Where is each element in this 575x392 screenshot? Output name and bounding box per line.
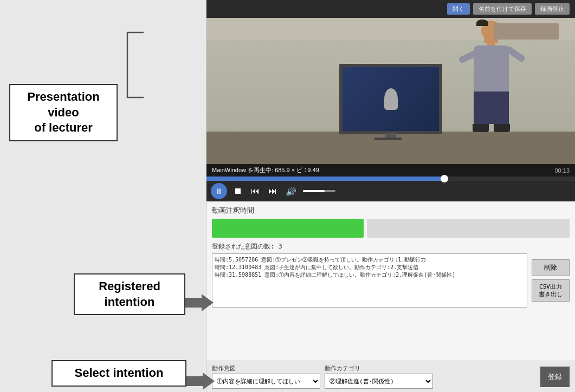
stop-record-button[interactable]: 録画停止	[535, 3, 570, 15]
left-annotations: Presentation videoof lecturer Registered…	[0, 0, 206, 392]
monitor-figure	[384, 88, 398, 110]
green-progress-bar	[212, 219, 364, 238]
registered-label-box: Registeredintention	[74, 273, 185, 315]
category-label: 動作カテゴリ	[325, 364, 433, 373]
select-arrow	[186, 373, 215, 390]
video-status-bar: MainWindow を再生中: 685.9 × ビ 19.49 00:13	[206, 164, 575, 177]
registered-arrow	[185, 294, 214, 311]
monitor-base	[374, 138, 402, 140]
intention-list-area: 削除 CSV出力書き出し	[212, 253, 570, 308]
select-intention-area: 動作意図 ①内容を詳細に理解してほしい ②プレゼン吸職を持って頂しい ③生達が内…	[206, 361, 575, 392]
gray-bar-area	[367, 219, 570, 238]
progress-thumb	[441, 175, 448, 182]
video-bracket	[117, 16, 149, 157]
section-title: 動画注釈時間	[212, 206, 570, 215]
count-text: 登録された意図の数: 3	[212, 242, 570, 251]
intention-buttons: 削除 CSV出力書き出し	[532, 253, 570, 308]
right-content: 開く 名前を付けて保存 録画停止	[206, 0, 575, 392]
select-label-text: Select intention	[75, 366, 164, 380]
status-text: MainWindow を再生中: 685.9 × ビ 19.49	[212, 166, 319, 174]
status-time: 00:13	[554, 167, 570, 174]
intention-textarea[interactable]	[212, 253, 527, 308]
play-pause-button[interactable]: ⏸	[211, 183, 227, 199]
csv-export-button[interactable]: CSV出力書き出し	[532, 279, 570, 301]
register-button[interactable]: 登録	[540, 367, 570, 387]
delete-button[interactable]: 削除	[532, 259, 570, 276]
video-scene	[206, 18, 575, 164]
bottom-content: 動画注釈時間 登録された意図の数: 3 削除 CSV出力書き出し	[206, 201, 575, 361]
video-frame	[206, 18, 575, 164]
shelf-item	[494, 23, 559, 40]
intention-dropdown[interactable]: ①内容を詳細に理解してほしい ②プレゼン吸職を持って頂しい ③生達が内に集中して…	[212, 374, 320, 389]
video-toolbar: 開く 名前を付けて保存 録画停止	[206, 0, 575, 18]
volume-filled	[303, 190, 325, 192]
open-button[interactable]: 開く	[447, 3, 470, 15]
intention-select-group: 動作意図 ①内容を詳細に理解してほしい ②プレゼン吸職を持って頂しい ③生達が内…	[212, 364, 320, 389]
registered-label-text: Registeredintention	[99, 279, 160, 309]
progress-section	[212, 219, 570, 238]
volume-button[interactable]: 🔊	[283, 185, 299, 198]
category-dropdown[interactable]: ②理解促進(普·関係性) ①動脈行力 ②支撃送信	[325, 374, 433, 389]
stop-button[interactable]: ⏹	[231, 185, 244, 197]
next-button[interactable]: ⏭	[266, 185, 279, 197]
video-controls: ⏸ ⏹ ⏮ ⏭ 🔊	[206, 181, 575, 201]
video-label-box: Presentation videoof lecturer	[9, 84, 118, 141]
category-select-group: 動作カテゴリ ②理解促進(普·関係性) ①動脈行力 ②支撃送信	[325, 364, 433, 389]
volume-slider[interactable]	[303, 190, 335, 192]
intention-label: 動作意図	[212, 364, 320, 373]
progress-filled	[206, 177, 446, 181]
save-as-button[interactable]: 名前を付けて保存	[473, 3, 532, 15]
video-progress-bar[interactable]	[206, 177, 575, 181]
video-label-text: Presentation videoof lecturer	[27, 90, 99, 134]
prev-button[interactable]: ⏮	[249, 185, 262, 197]
monitor	[339, 64, 442, 134]
main-container: Presentation videoof lecturer Registered…	[0, 0, 575, 392]
select-label-box: Select intention	[51, 360, 186, 387]
